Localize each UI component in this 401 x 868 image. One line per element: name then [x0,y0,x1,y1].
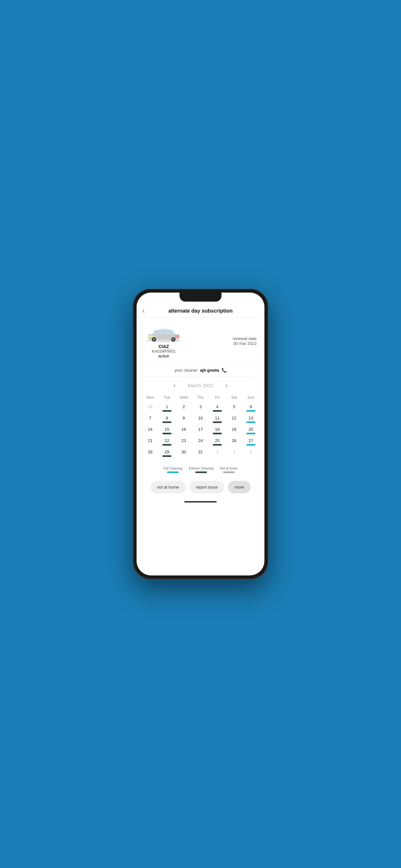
more-button[interactable]: more [228,481,251,493]
cal-date-num: 28 [148,450,152,454]
cal-cell[interactable]: 3 [192,402,209,414]
legend-ext-bar [195,471,207,473]
cal-date-num: 30 [181,450,186,454]
cal-cell[interactable]: 29 [158,447,175,459]
legend-full-bar [167,471,179,473]
svg-point-4 [153,338,155,341]
cal-cell[interactable]: 7 [142,414,158,425]
cal-indicator [246,410,255,412]
cal-cell[interactable]: 11 [209,414,226,425]
cal-cell[interactable]: 22 [158,436,175,447]
cal-date-num: 25 [215,438,220,443]
legend-ext-label: Exterior Cleaning [189,467,214,470]
day-fri: Fri [209,394,226,401]
cal-cell[interactable]: 26 [226,436,243,447]
cal-indicator [162,433,172,434]
cal-cell[interactable]: 8 [158,414,175,425]
cal-cell[interactable]: 31 [192,447,209,459]
car-info-right: renewal date 30 mar 2022 [233,336,257,346]
car-image [144,323,183,343]
cal-date-num: 11 [215,415,220,421]
cal-cell[interactable]: 25 [209,436,226,447]
cal-cell[interactable]: 15 [158,425,175,436]
legend-nah-bar [223,471,235,473]
cal-cell[interactable]: 28 [142,447,158,459]
cal-indicator [213,444,222,445]
cal-date-num: 3 [250,450,252,454]
cal-date-num: 28 [148,404,152,409]
car-section: CIAZ KA01MP9931 active renewal date 30 m… [136,318,265,364]
next-month-button[interactable]: › [223,381,230,390]
cal-cell[interactable]: 24 [192,436,209,447]
not-at-home-button[interactable]: not at home [150,481,186,493]
calendar-month: March 2022 [188,383,213,388]
car-plate: KA01MP9931 [152,349,176,353]
cal-date-num: 27 [249,438,253,443]
cal-date-num: 7 [149,415,151,421]
svg-rect-8 [175,336,180,337]
renewal-label: renewal date [233,336,257,341]
phone-screen: ‹ alternate day subscription [136,292,265,576]
cal-cell[interactable]: 27 [243,436,259,447]
calendar-grid: 2812345678910111213141516171819202122232… [142,402,259,459]
day-sun: Sun [243,394,259,401]
cleaner-name: ajit gowla [200,368,219,373]
home-bar [184,501,217,502]
cal-cell[interactable]: 16 [175,425,192,436]
car-info-left: CIAZ KA01MP9931 active [144,323,183,359]
cal-cell[interactable]: 17 [192,425,209,436]
car-status: active [158,353,169,359]
cal-indicator [213,433,222,434]
cal-date-num: 4 [216,404,218,409]
cleaner-row: your cleaner ajit gowla 📞 [136,364,265,377]
cal-date-num: 3 [199,404,202,409]
calendar-header: ‹ March 2022 › [142,381,259,390]
cal-date-num: 22 [165,438,169,443]
cal-date-num: 1 [166,404,168,409]
phone-frame: ‹ alternate day subscription [133,289,268,579]
car-name: CIAZ [158,344,169,349]
cal-cell[interactable]: 20 [243,425,259,436]
cal-cell[interactable]: 5 [226,402,243,414]
cal-cell[interactable]: 1 [209,447,226,459]
cal-cell[interactable]: 1 [158,402,175,414]
legend-full-cleaning: Full Cleaning [163,467,182,473]
cal-cell[interactable]: 4 [209,402,226,414]
cal-cell[interactable]: 18 [209,425,226,436]
renewal-date: 30 mar 2022 [233,341,257,346]
cal-cell[interactable]: 21 [142,436,158,447]
day-mon: Mon [142,394,158,401]
cal-date-num: 2 [233,450,235,454]
cal-cell[interactable]: 9 [175,414,192,425]
phone-icon[interactable]: 📞 [221,368,227,373]
cal-cell[interactable]: 12 [226,414,243,425]
cal-cell[interactable]: 10 [192,414,209,425]
back-button[interactable]: ‹ [143,307,145,315]
cal-cell[interactable]: 6 [243,402,259,414]
cal-date-num: 29 [165,450,169,454]
day-wed: Wed [175,394,192,401]
day-sat: Sat [226,394,243,401]
cal-cell[interactable]: 19 [226,425,243,436]
cal-indicator [162,422,172,423]
home-indicator [136,499,265,505]
prev-month-button[interactable]: ‹ [171,381,178,390]
cal-cell[interactable]: 3 [243,447,259,459]
cal-date-num: 8 [166,415,168,421]
screen-content: ‹ alternate day subscription [136,292,265,576]
legend-nah-label: Not at home [220,467,237,470]
report-issue-button[interactable]: report issue [189,481,224,493]
cal-cell[interactable]: 2 [175,402,192,414]
svg-rect-7 [148,336,153,337]
cal-cell[interactable]: 28 [142,402,158,414]
cal-date-num: 1 [216,450,218,454]
cal-date-num: 23 [181,438,186,443]
calendar-day-labels: Mon Tue Wed Thu Fri Sat Sun [142,394,259,401]
cal-cell[interactable]: 2 [226,447,243,459]
cal-cell[interactable]: 23 [175,436,192,447]
cal-indicator [162,444,172,445]
action-buttons: not at home report issue more [136,476,265,499]
cal-cell[interactable]: 14 [142,425,158,436]
cal-cell[interactable]: 13 [243,414,259,425]
cal-cell[interactable]: 30 [175,447,192,459]
